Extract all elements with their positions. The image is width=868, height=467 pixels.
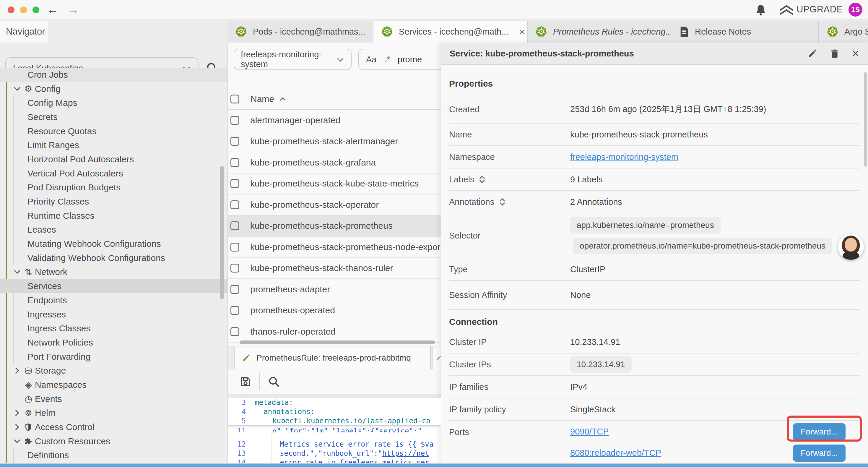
namespace-filter-dropdown[interactable]: freeleaps-monitoring-system — [234, 49, 351, 70]
search-input[interactable]: Aa .* prome — [359, 49, 441, 70]
sidebar-item[interactable]: ⚙ ⇅ ⛁ ◈ ◷ ☸ Validating Webhook Configura… — [0, 251, 227, 265]
upgrade-button[interactable]: UPGRADE — [797, 4, 843, 15]
chevron-down-icon[interactable] — [12, 410, 22, 416]
edit-icon[interactable] — [807, 49, 817, 59]
sidebar-item[interactable]: ⚙ ⇅ ⛁ ◈ ◷ ☸ Vertical Pod Autoscalers — [0, 167, 227, 181]
sidebar-item[interactable]: ⚙ ⇅ ⛁ ◈ ◷ ☸ Network — [0, 265, 227, 279]
sidebar-item[interactable]: ⚙ ⇅ ⛁ ◈ ◷ ☸ Endpoints — [0, 293, 227, 308]
row-checkbox[interactable] — [230, 243, 239, 252]
delete-trash-icon[interactable] — [830, 48, 839, 59]
row-checkbox[interactable] — [230, 158, 239, 167]
section-heading-properties: Properties — [449, 66, 860, 96]
horizontal-scrollbar[interactable] — [240, 341, 435, 344]
chevron-down-icon[interactable] — [12, 424, 22, 430]
forward-icon[interactable]: → — [67, 2, 79, 17]
labels-count[interactable]: 9 Labels — [570, 175, 603, 184]
upgrade-icon[interactable] — [779, 4, 794, 16]
sidebar-item[interactable]: ⚙ ⇅ ⛁ ◈ ◷ ☸ Services — [0, 279, 227, 293]
sidebar-item[interactable]: ⚙ ⇅ ⛁ ◈ ◷ ☸ Port Forwarding — [0, 350, 227, 364]
sidebar-item[interactable]: ⚙ ⇅ ⛁ ◈ ◷ ☸ Priority Classes — [0, 195, 227, 209]
regex-toggle[interactable]: .* — [384, 55, 390, 64]
chevron-down-icon[interactable] — [12, 269, 22, 275]
sidebar-item[interactable]: ⚙ ⇅ ⛁ ◈ ◷ ☸ Custom Resources — [0, 434, 227, 448]
row-checkbox[interactable] — [230, 222, 239, 230]
notifications-bell-icon[interactable] — [755, 4, 766, 16]
navigator-panel-tab[interactable]: Navigator — [0, 21, 48, 42]
save-icon[interactable] — [240, 376, 251, 387]
sort-toggle-icon[interactable] — [498, 197, 506, 207]
table-row[interactable]: alertmanager-operated — [228, 110, 441, 131]
editor-tab-prometheusrule[interactable]: PrometheusRule: freeleaps-prod-rabbitmq — [234, 346, 431, 370]
row-checkbox[interactable] — [230, 306, 239, 315]
table-row[interactable]: kube-prometheus-stack-grafana — [228, 152, 441, 174]
sidebar-item[interactable]: ⚙ ⇅ ⛁ ◈ ◷ ☸ Events — [0, 392, 227, 406]
sidebar-item[interactable]: ⚙ ⇅ ⛁ ◈ ◷ ☸ Namespaces — [0, 378, 227, 392]
table-row[interactable]: kube-prometheus-stack-thanos-ruler — [228, 258, 441, 279]
table-row[interactable]: kube-prometheus-stack-operator — [228, 195, 441, 216]
sidebar-item[interactable]: ⚙ ⇅ ⛁ ◈ ◷ ☸ Pod Disruption Budgets — [0, 181, 227, 195]
yaml-editor[interactable]: 3metadata: 4annotations: 5kubectl.kubern… — [228, 398, 441, 467]
namespace-link[interactable]: freeleaps-monitoring-system — [570, 152, 678, 162]
table-row[interactable]: prometheus-operated — [228, 300, 441, 322]
editor-search-icon[interactable] — [268, 376, 279, 387]
row-checkbox[interactable] — [230, 264, 239, 272]
chevron-down-icon[interactable] — [12, 438, 22, 444]
column-header-name[interactable]: Name — [251, 94, 286, 104]
sidebar-item[interactable]: ⚙ ⇅ ⛁ ◈ ◷ ☸ Resource Quotas — [0, 124, 227, 138]
row-checkbox[interactable] — [230, 137, 239, 146]
sidebar-scrollbar[interactable] — [220, 166, 224, 299]
table-row[interactable]: kube-prometheus-stack-prometheus — [228, 216, 441, 237]
sidebar-item[interactable]: ⚙ ⇅ ⛁ ◈ ◷ ☸ Access Control — [0, 420, 227, 434]
sidebar-item[interactable]: ⚙ ⇅ ⛁ ◈ ◷ ☸ Config Maps — [0, 96, 227, 110]
sidebar-item[interactable]: ⚙ ⇅ ⛁ ◈ ◷ ☸ Storage — [0, 363, 227, 378]
row-checkbox[interactable] — [230, 116, 239, 125]
port-link[interactable]: 9090/TCP — [570, 427, 609, 437]
table-row[interactable]: kube-prometheus-stack-prometheus-node-ex… — [228, 237, 441, 258]
table-row[interactable]: prometheus-adapter — [228, 279, 441, 300]
avatar[interactable] — [838, 234, 864, 260]
table-row[interactable]: kube-prometheus-stack-kube-state-metrics — [228, 174, 441, 195]
sidebar-item[interactable]: ⚙ ⇅ ⛁ ◈ ◷ ☸ Horizontal Pod Autoscalers — [0, 152, 227, 167]
row-checkbox[interactable] — [230, 285, 239, 294]
chevron-down-icon[interactable] — [12, 86, 22, 92]
detail-scrollbar[interactable] — [864, 72, 867, 167]
code-link[interactable]: https://net — [382, 449, 429, 458]
tab-pods[interactable]: Pods - icecheng@mathmas... — [227, 21, 373, 42]
editor-tab-partial[interactable] — [433, 346, 441, 370]
table-row[interactable]: thanos-ruler-operated — [228, 321, 441, 343]
sidebar-item[interactable]: ⚙ ⇅ ⛁ ◈ ◷ ☸ Config — [0, 82, 227, 96]
sidebar-item[interactable]: ⚙ ⇅ ⛁ ◈ ◷ ☸ Definitions — [0, 448, 227, 463]
table-row[interactable]: kube-prometheus-stack-alertmanager — [228, 131, 441, 152]
sidebar-item[interactable]: ⚙ ⇅ ⛁ ◈ ◷ ☸ Leases — [0, 223, 227, 237]
match-case-toggle[interactable]: Aa — [366, 55, 376, 64]
tab-release-notes[interactable]: Release Notes — [671, 21, 819, 42]
sidebar-item[interactable]: ⚙ ⇅ ⛁ ◈ ◷ ☸ Ingress Classes — [0, 321, 227, 335]
forward-button[interactable]: Forward... — [793, 444, 845, 462]
back-icon[interactable]: ← — [47, 2, 59, 17]
select-all-checkbox[interactable] — [230, 95, 239, 104]
zoom-window-button[interactable] — [32, 6, 39, 13]
close-tab-icon[interactable]: × — [514, 26, 525, 37]
sidebar-item[interactable]: ⚙ ⇅ ⛁ ◈ ◷ ☸ Cron Jobs — [0, 68, 227, 82]
sidebar-item[interactable]: ⚙ ⇅ ⛁ ◈ ◷ ☸ Runtime Classes — [0, 209, 227, 223]
tab-services[interactable]: Services - icecheng@math... × — [373, 21, 528, 42]
sort-toggle-icon[interactable] — [478, 175, 486, 184]
sidebar-item[interactable]: ⚙ ⇅ ⛁ ◈ ◷ ☸ Mutating Webhook Configurati… — [0, 237, 227, 251]
sidebar-item[interactable]: ⚙ ⇅ ⛁ ◈ ◷ ☸ Limit Ranges — [0, 138, 227, 152]
sidebar-item[interactable]: ⚙ ⇅ ⛁ ◈ ◷ ☸ Network Policies — [0, 335, 227, 350]
row-checkbox[interactable] — [230, 200, 239, 209]
chevron-down-icon[interactable] — [12, 368, 22, 374]
row-checkbox[interactable] — [230, 179, 239, 188]
tab-prometheus-rules[interactable]: Prometheus Rules - icecheng... — [528, 21, 671, 42]
minimize-window-button[interactable] — [20, 6, 27, 13]
sidebar-item[interactable]: ⚙ ⇅ ⛁ ◈ ◷ ☸ Secrets — [0, 110, 227, 124]
close-panel-icon[interactable]: × — [852, 47, 859, 61]
sidebar-item[interactable]: ⚙ ⇅ ⛁ ◈ ◷ ☸ Helm — [0, 406, 227, 420]
annotations-count[interactable]: 2 Annotations — [570, 197, 622, 207]
row-checkbox[interactable] — [230, 327, 239, 336]
tab-argo[interactable]: Argo Se — [819, 21, 868, 42]
port-link[interactable]: 8080:reloader-web/TCP — [570, 448, 661, 458]
sidebar-item[interactable]: ⚙ ⇅ ⛁ ◈ ◷ ☸ Ingresses — [0, 308, 227, 322]
notification-count-badge[interactable]: 15 — [848, 3, 862, 17]
close-window-button[interactable] — [8, 6, 14, 13]
